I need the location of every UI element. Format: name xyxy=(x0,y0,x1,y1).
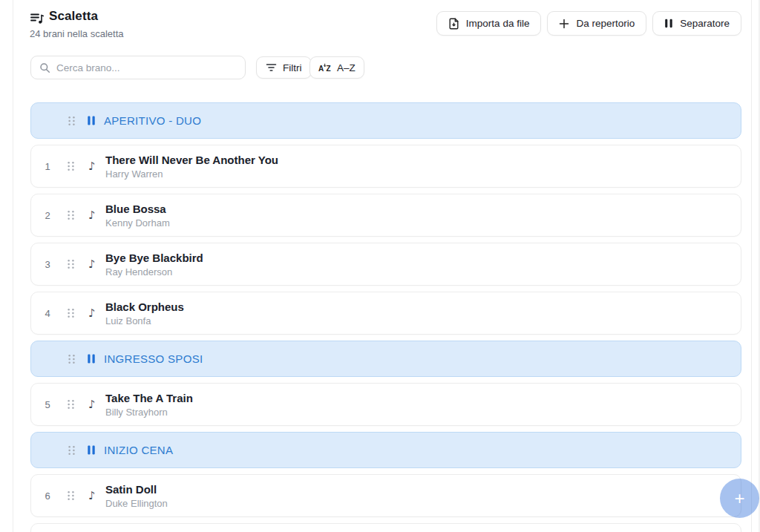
setlist: APERITIVO - DUO1♪There Will Never Be Ano… xyxy=(30,102,741,532)
drag-handle-icon[interactable] xyxy=(67,490,75,501)
filters-button[interactable]: Filtri xyxy=(256,56,312,79)
song-title: Black Orpheus xyxy=(105,300,184,314)
button-label: Filtri xyxy=(283,62,302,73)
song-row[interactable]: 1♪There Will Never Be Another YouHarry W… xyxy=(30,145,741,188)
sort-az-button[interactable]: A Z A–Z xyxy=(309,56,364,79)
add-song-fab[interactable]: + xyxy=(720,479,759,518)
song-row[interactable]: 6♪Satin DollDuke Ellington xyxy=(30,474,741,517)
drag-handle-icon[interactable] xyxy=(67,308,75,318)
song-title: Bye Bye Blackbird xyxy=(105,251,203,265)
pause-icon xyxy=(88,116,95,125)
sort-alpha-icon: A Z xyxy=(318,62,332,73)
content-left-border xyxy=(13,0,13,532)
button-label: Importa da file xyxy=(466,18,530,29)
song-row[interactable]: 4♪Black OrpheusLuiz Bonfa xyxy=(30,292,741,335)
separator-row[interactable]: APERITIVO - DUO xyxy=(30,102,741,139)
drag-handle-icon[interactable] xyxy=(67,259,75,269)
add-from-repertoire-button[interactable]: Da repertorio xyxy=(547,11,646,36)
page-subtitle: 24 brani nella scaletta xyxy=(30,28,123,39)
song-artist: Harry Warren xyxy=(105,168,278,180)
page-title: Scaletta xyxy=(49,9,98,24)
song-number: 5 xyxy=(41,399,54,410)
song-row[interactable]: 5♪Take The A TrainBilly Strayhorn xyxy=(30,383,741,426)
svg-text:A: A xyxy=(318,65,324,73)
music-note-icon: ♪ xyxy=(88,308,97,319)
song-text: Take The A TrainBilly Strayhorn xyxy=(105,391,193,418)
song-artist: Billy Strayhorn xyxy=(105,407,193,418)
content-right-border xyxy=(751,0,752,532)
pause-icon xyxy=(88,354,95,364)
music-note-icon: ♪ xyxy=(88,399,97,410)
filter-icon xyxy=(266,63,277,72)
drag-handle-icon[interactable] xyxy=(68,445,76,456)
song-artist: Duke Ellington xyxy=(105,498,168,510)
song-text: There Will Never Be Another YouHarry War… xyxy=(105,153,278,180)
import-from-file-button[interactable]: Importa da file xyxy=(436,11,542,36)
song-title: Satin Doll xyxy=(105,482,168,496)
button-label: Da repertorio xyxy=(576,18,635,29)
pause-icon xyxy=(88,445,95,455)
song-text: Satin DollDuke Ellington xyxy=(105,482,168,510)
song-number: 4 xyxy=(41,308,54,319)
song-number: 2 xyxy=(41,210,54,221)
song-title: Blue Bossa xyxy=(105,202,170,216)
song-artist: Luiz Bonfa xyxy=(105,315,184,327)
song-number: 3 xyxy=(41,259,54,270)
drag-handle-icon[interactable] xyxy=(67,399,75,410)
file-import-icon xyxy=(448,18,459,30)
music-note-icon: ♪ xyxy=(88,210,97,221)
drag-handle-icon[interactable] xyxy=(67,161,75,171)
music-note-icon: ♪ xyxy=(88,259,97,270)
song-artist: Ray Henderson xyxy=(105,266,203,278)
separator-label: APERITIVO - DUO xyxy=(104,114,201,127)
song-row[interactable]: 2♪Blue BossaKenny Dorham xyxy=(30,194,741,237)
separator-row[interactable]: INGRESSO SPOSI xyxy=(30,341,741,377)
svg-text:Z: Z xyxy=(327,65,331,73)
separator-row[interactable]: INIZIO CENA xyxy=(30,432,741,468)
separator-label: INIZIO CENA xyxy=(104,444,173,456)
song-row[interactable]: 3♪Bye Bye BlackbirdRay Henderson xyxy=(30,243,741,286)
music-note-icon: ♪ xyxy=(88,161,97,172)
song-number: 1 xyxy=(41,161,54,172)
drag-handle-icon[interactable] xyxy=(68,116,76,126)
search-icon xyxy=(39,62,50,73)
music-note-icon: ♪ xyxy=(88,490,97,502)
search-input[interactable] xyxy=(30,56,246,79)
song-artist: Kenny Dorham xyxy=(105,217,170,229)
drag-handle-icon[interactable] xyxy=(67,210,75,220)
add-separator-button[interactable]: Separatore xyxy=(652,11,741,36)
song-title: There Will Never Be Another You xyxy=(105,153,278,167)
pause-icon xyxy=(664,19,673,28)
search-box xyxy=(30,56,246,79)
separator-label: INGRESSO SPOSI xyxy=(104,352,203,365)
queue-music-icon xyxy=(30,11,45,26)
drag-handle-icon[interactable] xyxy=(68,354,76,364)
setlist-page: Scaletta 24 brani nella scaletta Importa… xyxy=(0,0,760,532)
button-label: Separatore xyxy=(680,18,730,29)
song-text: Blue BossaKenny Dorham xyxy=(105,202,170,229)
song-number: 6 xyxy=(41,490,54,502)
song-row-partial[interactable] xyxy=(30,523,741,532)
header-actions: Importa da file Da repertorio Separatore xyxy=(436,11,741,36)
song-text: Black OrpheusLuiz Bonfa xyxy=(105,300,184,327)
plus-icon xyxy=(559,19,569,29)
song-text: Bye Bye BlackbirdRay Henderson xyxy=(105,251,203,278)
song-title: Take The A Train xyxy=(105,391,193,405)
button-label: A–Z xyxy=(337,62,356,73)
